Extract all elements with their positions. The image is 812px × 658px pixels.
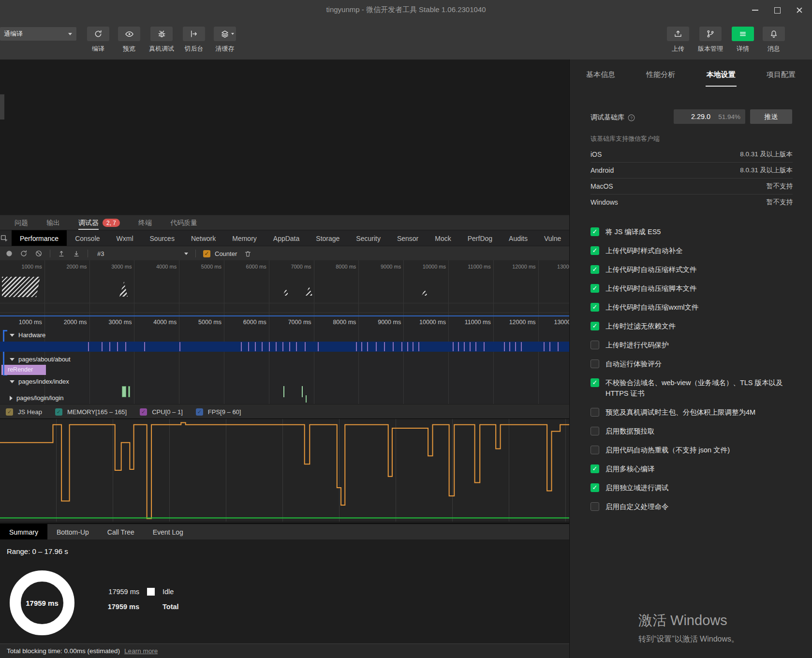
- legend-checkbox[interactable]: ✓: [196, 408, 203, 416]
- tab-bottom-up[interactable]: Bottom-Up: [47, 524, 98, 540]
- push-button[interactable]: 推送: [750, 109, 792, 124]
- ruler-label: 1000 ms: [0, 260, 45, 273]
- setting-checkbox[interactable]: ✓: [591, 265, 599, 274]
- upload-button[interactable]: 上传: [667, 27, 689, 53]
- ruler-label: 13000 ms: [539, 316, 569, 328]
- base-library-version-select[interactable]: 2.29.0 51.94%: [674, 109, 745, 124]
- upload-label: 上传: [672, 45, 684, 53]
- load-profile-button[interactable]: [58, 250, 65, 257]
- track-hardware[interactable]: Hardware: [10, 331, 45, 339]
- version-manage-button[interactable]: 版本管理: [698, 27, 723, 53]
- counter-checkbox[interactable]: ✓: [203, 250, 210, 257]
- tab-vulne[interactable]: Vulne: [536, 230, 569, 246]
- simulator-scrollbar[interactable]: [0, 94, 4, 120]
- compile-button[interactable]: 编译: [87, 27, 109, 53]
- ruler-label: 8000 ms: [314, 260, 359, 273]
- tab-security[interactable]: Security: [348, 230, 389, 246]
- tab-appdata[interactable]: AppData: [265, 230, 308, 246]
- save-profile-button[interactable]: [73, 250, 80, 257]
- setting-label: 上传时进行代码保护: [605, 340, 669, 350]
- help-icon[interactable]: ?: [628, 114, 635, 121]
- messages-button[interactable]: 消息: [763, 27, 785, 53]
- tab-sensor[interactable]: Sensor: [389, 230, 427, 246]
- summary-panel: Range: 0 – 17.96 s 17959 ms 17959 msIdle…: [0, 539, 569, 643]
- tab-wxml[interactable]: Wxml: [108, 230, 142, 246]
- switch-background-button[interactable]: 切后台: [183, 27, 205, 53]
- details-button[interactable]: 详情: [732, 27, 754, 53]
- window-title: tingyunmp - 微信开发者工具 Stable 1.06.2301040: [0, 5, 812, 15]
- record-button[interactable]: [6, 250, 13, 257]
- setting-checkbox[interactable]: ✓: [591, 378, 599, 387]
- tab-basic-info[interactable]: 基本信息: [586, 70, 615, 87]
- setting-checkbox[interactable]: [591, 446, 599, 454]
- setting-checkbox[interactable]: [591, 408, 599, 417]
- render-event-block[interactable]: [128, 386, 130, 397]
- tab-debugger[interactable]: 调试器2, 7: [78, 215, 120, 230]
- tab-performance[interactable]: Performance: [12, 230, 67, 246]
- tab-terminal[interactable]: 终端: [138, 215, 152, 230]
- legend-checkbox[interactable]: ✓: [140, 408, 147, 416]
- maximize-button[interactable]: [769, 4, 785, 16]
- setting-checkbox[interactable]: [591, 502, 599, 511]
- setting-checkbox[interactable]: ✓: [591, 227, 599, 236]
- profile-select[interactable]: #3: [95, 250, 188, 257]
- legend-checkbox[interactable]: ✓: [55, 408, 62, 416]
- hardware-track-bar[interactable]: [0, 342, 569, 352]
- tab-performance-analysis[interactable]: 性能分析: [646, 70, 675, 87]
- legend-checkbox[interactable]: ✓: [6, 408, 13, 416]
- track-pages-index[interactable]: pages/index/index: [10, 378, 69, 385]
- setting-checkbox[interactable]: [591, 359, 599, 368]
- tab-mock[interactable]: Mock: [427, 230, 459, 246]
- clear-cache-button[interactable]: 清缓存: [214, 27, 236, 53]
- compile-mode-select[interactable]: 通编译: [0, 27, 76, 41]
- delete-profile-button[interactable]: [244, 250, 251, 257]
- clear-button[interactable]: [35, 250, 43, 257]
- setting-checkbox[interactable]: ✓: [591, 284, 599, 293]
- setting-checkbox[interactable]: ✓: [591, 322, 599, 330]
- tab-output[interactable]: 输出: [46, 215, 60, 230]
- preview-button[interactable]: 预览: [118, 27, 140, 53]
- render-event-block[interactable]: [122, 386, 126, 397]
- tab-summary[interactable]: Summary: [0, 524, 47, 540]
- legend-item-fps[interactable]: ✓FPS[9 – 60]: [196, 408, 241, 416]
- tab-call-tree[interactable]: Call Tree: [98, 524, 144, 540]
- counters-chart[interactable]: [0, 419, 569, 522]
- tab-project-config[interactable]: 项目配置: [767, 70, 796, 87]
- tab-perfdog[interactable]: PerfDog: [459, 230, 501, 246]
- tab-event-log[interactable]: Event Log: [144, 524, 192, 540]
- ruler-label: 10000 ms: [404, 316, 449, 328]
- setting-checkbox[interactable]: ✓: [591, 303, 599, 312]
- hardware-event-tick: [453, 342, 454, 351]
- remote-debug-button[interactable]: 真机调试: [149, 27, 174, 53]
- reload-button[interactable]: [20, 250, 28, 257]
- tab-audits[interactable]: Audits: [501, 230, 536, 246]
- tab-code-quality[interactable]: 代码质量: [170, 215, 197, 230]
- inspect-element-button[interactable]: [0, 230, 9, 246]
- tab-problems[interactable]: 问题: [15, 215, 28, 230]
- rerender-event[interactable]: reRender: [4, 365, 46, 375]
- tab-local-settings[interactable]: 本地设置: [707, 70, 736, 87]
- minimize-button[interactable]: [747, 4, 763, 16]
- hardware-event-tick: [458, 342, 459, 351]
- tab-memory[interactable]: Memory: [224, 230, 265, 246]
- tab-storage[interactable]: Storage: [308, 230, 348, 246]
- setting-checkbox[interactable]: ✓: [591, 483, 599, 492]
- legend-item-memory[interactable]: ✓MEMORY[165 – 165]: [55, 408, 127, 416]
- main-area: 问题输出调试器2, 7终端代码质量 PerformanceConsoleWxml…: [0, 60, 569, 658]
- setting-checkbox[interactable]: ✓: [591, 464, 599, 473]
- setting-checkbox[interactable]: ✓: [591, 246, 599, 255]
- timeline-detail[interactable]: 1000 ms2000 ms3000 ms4000 ms5000 ms6000 …: [0, 315, 569, 404]
- setting-checkbox[interactable]: [591, 341, 599, 349]
- track-pages-login[interactable]: pages/login/login: [10, 394, 64, 402]
- legend-item-cpu[interactable]: ✓CPU[0 – 1]: [140, 408, 183, 416]
- tab-sources[interactable]: Sources: [142, 230, 183, 246]
- timeline-overview[interactable]: 1000 ms2000 ms3000 ms4000 ms5000 ms6000 …: [0, 260, 569, 315]
- tab-console[interactable]: Console: [67, 230, 108, 246]
- setting-label: 上传代码时样式自动补全: [605, 245, 683, 256]
- close-button[interactable]: [792, 4, 807, 16]
- legend-item-js-heap[interactable]: ✓JS Heap: [6, 408, 42, 416]
- learn-more-link[interactable]: Learn more: [124, 647, 158, 655]
- tab-network[interactable]: Network: [183, 230, 224, 246]
- setting-checkbox[interactable]: [591, 427, 599, 435]
- track-pages-about[interactable]: pages/about/about: [10, 356, 71, 363]
